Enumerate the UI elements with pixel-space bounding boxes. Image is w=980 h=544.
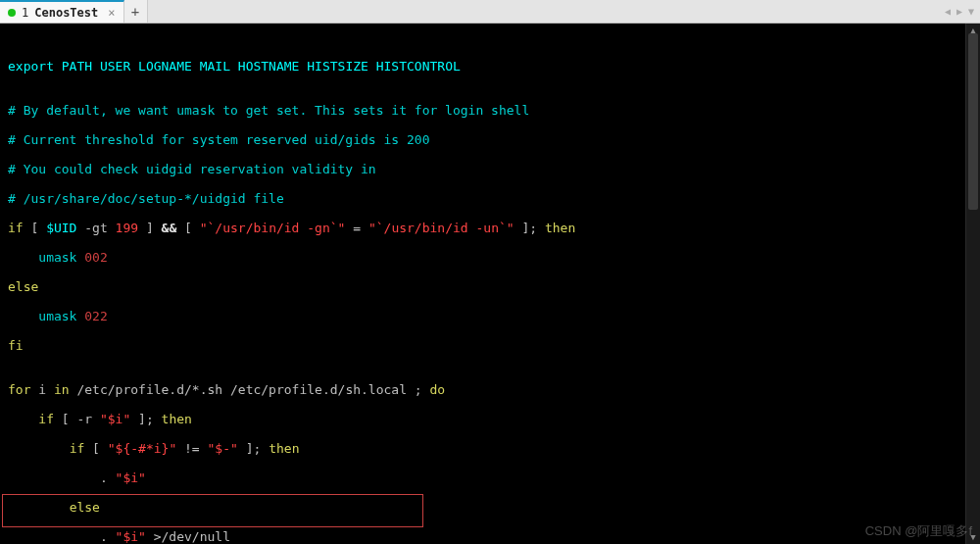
tab-status-dot	[8, 9, 16, 17]
terminal-viewport[interactable]: export PATH USER LOGNAME MAIL HOSTNAME H…	[0, 24, 980, 544]
code-line: . "$i"	[8, 470, 972, 485]
code-line: # You could check uidgid reservation val…	[8, 162, 972, 176]
vertical-scrollbar[interactable]: ▲ ▼	[965, 24, 980, 544]
code-line: umask 022	[8, 309, 972, 323]
new-tab-button[interactable]: +	[124, 0, 148, 23]
tab-active[interactable]: 1 CenosTest ×	[0, 0, 124, 23]
tab-index: 1	[22, 6, 28, 20]
plus-icon: +	[131, 4, 139, 20]
tab-close-icon[interactable]: ×	[108, 6, 115, 20]
tab-title: CenosTest	[34, 6, 98, 20]
code-line: if [ "${-#*i}" != "$-" ]; then	[8, 441, 972, 456]
code-line: umask 002	[8, 250, 972, 265]
code-line: . "$i" >/dev/null	[8, 529, 972, 544]
code-line: else	[8, 500, 972, 515]
code-line: for i in /etc/profile.d/*.sh /etc/profil…	[8, 382, 972, 397]
code-line: if [ -r "$i" ]; then	[8, 412, 972, 426]
code-line: export PATH USER LOGNAME MAIL HOSTNAME H…	[8, 59, 972, 74]
scrollbar-thumb[interactable]	[968, 33, 978, 210]
code-line: fi	[8, 338, 972, 353]
code-line: if [ $UID -gt 199 ] && [ "`/usr/bin/id -…	[8, 221, 972, 235]
scroll-down-icon[interactable]: ▼	[966, 530, 980, 544]
tab-nav-right-icon[interactable]: ▶	[955, 6, 964, 17]
code-line: else	[8, 279, 972, 294]
tab-nav-menu-icon[interactable]: ▼	[966, 6, 976, 17]
code-line: # Current threshold for system reserved …	[8, 132, 972, 147]
tab-nav-left-icon[interactable]: ◀	[943, 6, 953, 17]
code-line: # By default, we want umask to get set. …	[8, 103, 972, 118]
tab-bar: 1 CenosTest × + ◀ ▶ ▼	[0, 0, 980, 24]
code-line: # /usr/share/doc/setup-*/uidgid file	[8, 191, 972, 206]
tab-nav: ◀ ▶ ▼	[943, 0, 980, 23]
